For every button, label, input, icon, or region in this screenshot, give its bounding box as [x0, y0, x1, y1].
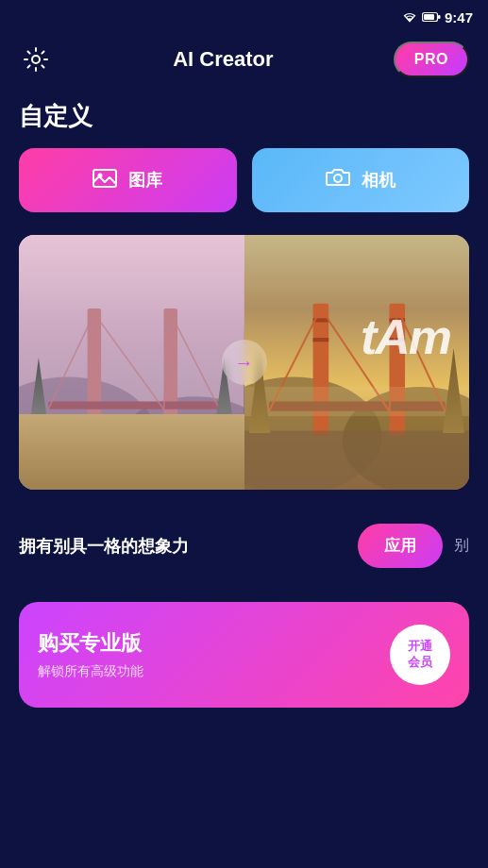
pro-badge-button[interactable]: PRO: [394, 42, 469, 77]
settings-button[interactable]: [19, 42, 53, 76]
tagline-text: 拥有别具一格的想象力: [19, 535, 358, 558]
section-title: 自定义: [0, 92, 488, 148]
more-label: 别: [454, 536, 469, 556]
svg-rect-32: [244, 387, 470, 416]
page-title: AI Creator: [173, 47, 273, 72]
gallery-button[interactable]: 图库: [19, 148, 237, 212]
camera-icon: [326, 167, 350, 193]
image-carousel[interactable]: → tAm: [19, 235, 469, 490]
camera-label: 相机: [362, 169, 395, 192]
svg-point-3: [32, 56, 40, 63]
svg-point-6: [334, 175, 342, 182]
camera-button[interactable]: 相机: [252, 148, 470, 212]
before-image: [19, 235, 244, 490]
purchase-card[interactable]: 购买专业版 解锁所有高级功能 开通会员: [19, 602, 469, 708]
svg-rect-17: [19, 436, 244, 490]
apply-button[interactable]: 应用: [358, 524, 443, 568]
image-carousel-wrapper: → tAm: [0, 235, 488, 490]
purchase-title: 购买专业版: [38, 629, 143, 658]
gallery-label: 图库: [128, 169, 162, 192]
svg-rect-26: [389, 338, 405, 342]
bridge-after: [244, 235, 470, 490]
battery-icon: [422, 11, 441, 23]
after-image: [244, 235, 470, 490]
wifi-icon: [401, 10, 418, 24]
purchase-text-block: 购买专业版 解锁所有高级功能: [38, 629, 143, 680]
unlock-label: 开通会员: [408, 639, 432, 671]
status-time: 9:47: [445, 9, 473, 25]
action-button-row: 图库 相机: [0, 148, 488, 212]
status-bar: 9:47: [0, 0, 488, 34]
header: AI Creator PRO: [0, 34, 488, 92]
carousel-arrow[interactable]: →: [222, 340, 267, 385]
gallery-icon: [93, 167, 117, 193]
svg-rect-7: [19, 235, 244, 490]
arrow-icon: →: [235, 352, 254, 374]
bridge-before: [19, 235, 244, 490]
svg-rect-33: [244, 431, 470, 490]
gear-icon: [23, 46, 49, 73]
purchase-subtitle: 解锁所有高级功能: [38, 663, 143, 680]
svg-rect-2: [424, 14, 434, 20]
svg-rect-1: [438, 15, 441, 19]
bottom-action-bar: 拥有别具一格的想象力 应用 别: [0, 509, 488, 583]
svg-rect-24: [312, 338, 328, 342]
svg-rect-10: [88, 309, 102, 436]
svg-rect-12: [48, 401, 219, 409]
status-icons: 9:47: [401, 9, 473, 25]
unlock-button[interactable]: 开通会员: [390, 625, 450, 685]
